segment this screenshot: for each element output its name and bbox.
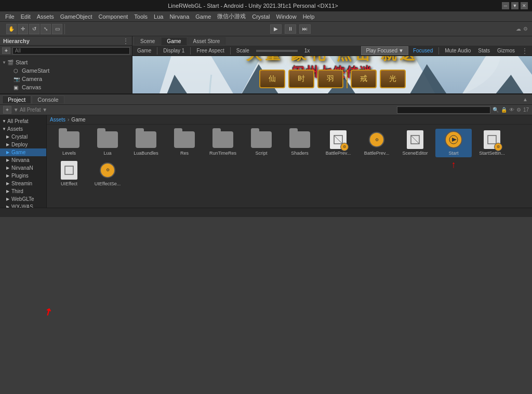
menu-btn-1[interactable]: 仙 [259,70,285,88]
pause-button[interactable]: ⏸ [285,24,296,34]
tab-project[interactable]: Project [2,96,31,103]
menu-nirvana[interactable]: Nirvana [166,12,192,21]
tree-nirvana[interactable]: ▶ Nirvana [0,156,46,164]
tree-deploy[interactable]: ▶ Deploy [0,141,46,148]
tree-assets[interactable]: ▼ Assets [0,125,46,133]
aspect-select[interactable]: Free Aspect [194,47,227,55]
assets-breadcrumb-label[interactable]: Assets [50,117,65,123]
asset-levels[interactable]: Levels [51,129,87,157]
move-tool[interactable]: ✛ [18,24,28,34]
tree-wxwas[interactable]: ▶ WX-WAS [0,203,46,208]
menu-gameobject[interactable]: GameObject [57,12,96,21]
tree-all-prefat[interactable]: ▼ All Prefat [0,117,46,125]
asset-breadcrumb: Assets › Game [47,115,532,125]
maximize-btn[interactable]: ▼ [511,2,518,9]
menu-help[interactable]: Help [300,12,318,21]
hier-gamestart-label: GameStart [22,67,49,74]
menu-btn-5[interactable]: 光 [380,70,406,88]
close-btn[interactable]: ✕ [521,2,528,9]
tree-third[interactable]: ▶ Third [0,187,46,195]
hier-gamestart[interactable]: ⬡ GameStart [0,66,132,75]
project-add-btn[interactable]: + [3,106,11,114]
asset-luabundles[interactable]: LuaBundles [128,129,164,157]
scale-tool[interactable]: ⤡ [41,24,51,34]
streaming-arrow: ▶ [6,181,11,186]
hand-tool[interactable]: ✋ [6,24,17,34]
title-bar: LineRWebGL - Start - Android - Unity 202… [0,0,532,11]
display-select[interactable]: Display 1 [161,47,187,55]
tab-console[interactable]: Console [32,96,64,103]
rect-tool[interactable]: ▭ [52,24,62,34]
menu-crystal[interactable]: Crystal [249,12,273,21]
asset-runtimeres[interactable]: RunTimeRes [205,129,241,157]
rotate-tool[interactable]: ↺ [29,24,39,34]
stats-btn[interactable]: Stats [475,47,493,55]
hier-camera[interactable]: 📷 Camera [0,75,132,83]
hier-canvas[interactable]: ▣ Canvas [0,83,132,91]
plugins-arrow: ▶ [6,173,11,178]
settings-icon[interactable]: ⚙ [516,107,521,113]
collapse-panel-icon[interactable]: ▲ [523,97,528,102]
asset-shaders[interactable]: Shaders [282,129,318,157]
menu-assets[interactable]: Assets [34,12,57,21]
gameobject-icon: ⬡ [14,68,21,74]
hierarchy-add-btn[interactable]: + [2,47,10,54]
tab-game[interactable]: Game [161,37,187,45]
menu-btn-4[interactable]: 戒 [351,70,377,88]
mute-audio-btn[interactable]: Mute Audio [442,47,473,55]
asset-battleprev2[interactable]: ⚙ BattlePrev... [358,129,395,157]
menu-btn-3[interactable]: 羽 [317,70,343,88]
tree-webglte[interactable]: ▶ WebGLTe [0,195,46,203]
asset-uieffect[interactable]: UIEffect [51,159,87,188]
play-focused-btn[interactable]: Play Focused ▼ [361,46,408,55]
hier-start[interactable]: ▼ 🎬 Start [0,58,132,66]
eye-icon[interactable]: 👁 [509,107,514,113]
third-arrow: ▶ [6,189,11,194]
menu-lua[interactable]: Lua [151,12,166,21]
menu-tools[interactable]: Tools [131,12,151,21]
menu-component[interactable]: Component [95,12,131,21]
webglte-arrow: ▶ [6,197,11,201]
canvas-icon: ▣ [14,85,21,90]
hierarchy-panel: Hierarchy ⋮ + ▼ 🎬 Start ⬡ Ga [0,36,132,93]
menu-btn-2[interactable]: 时 [288,70,314,88]
asset-script[interactable]: Script [243,129,280,157]
hier-canvas-label: Canvas [22,84,41,90]
start-arrow: ▼ [2,60,7,65]
hierarchy-search[interactable] [12,47,130,55]
sep1 [157,47,157,55]
tab-asset-store[interactable]: Asset Store [188,37,226,45]
menu-wechat[interactable]: 微信小游戏 [214,11,249,21]
gizmos-btn[interactable]: Gizmos [495,47,517,55]
scale-slider[interactable] [256,50,298,52]
hierarchy-options-icon[interactable]: ⋮ [123,37,129,45]
menu-game[interactable]: Game [192,12,214,21]
asset-startsettings[interactable]: ⚙ StartSettin... [474,129,510,157]
tree-nirvanan[interactable]: ▶ NirvanaN [0,164,46,172]
step-button[interactable]: ⏭ [299,24,311,34]
asset-start[interactable]: Start ↑ [435,129,472,157]
tab-scene[interactable]: Scene [135,37,161,45]
game-options-icon[interactable]: ⋮ [520,47,530,55]
tree-game[interactable]: ▶ Game [0,148,46,156]
game-toolbar: Game Display 1 Free Aspect Scale 1x Play… [132,46,532,56]
asset-battleprev1[interactable]: ⚙ BattlePrev... [320,129,356,157]
tree-crystal[interactable]: ▶ Crystal [0,133,46,141]
tree-plugins[interactable]: ▶ Plugins [0,172,46,180]
menu-file[interactable]: File [2,12,18,21]
game-arrow: ▶ [6,150,11,155]
project-search[interactable] [397,106,490,114]
search-icon: 🔍 [493,107,499,113]
menu-window[interactable]: Window [273,12,300,21]
focused-label: Focused [410,47,435,55]
minimize-btn[interactable]: ─ [502,2,509,9]
lock-icon[interactable]: 🔒 [501,107,507,113]
menu-edit[interactable]: Edit [18,12,34,21]
asset-lua[interactable]: Lua [89,129,126,157]
tree-streaming[interactable]: ▶ Streamin [0,180,46,187]
asset-sceneeditor[interactable]: SceneEditor [397,129,433,157]
asset-res[interactable]: Res [166,129,203,157]
asset-uieffectse[interactable]: ⚙ UIEffectSe... [89,159,126,188]
bottom-tabs: Project Console ▲ [0,94,532,105]
play-button[interactable]: ▶ [270,24,282,34]
